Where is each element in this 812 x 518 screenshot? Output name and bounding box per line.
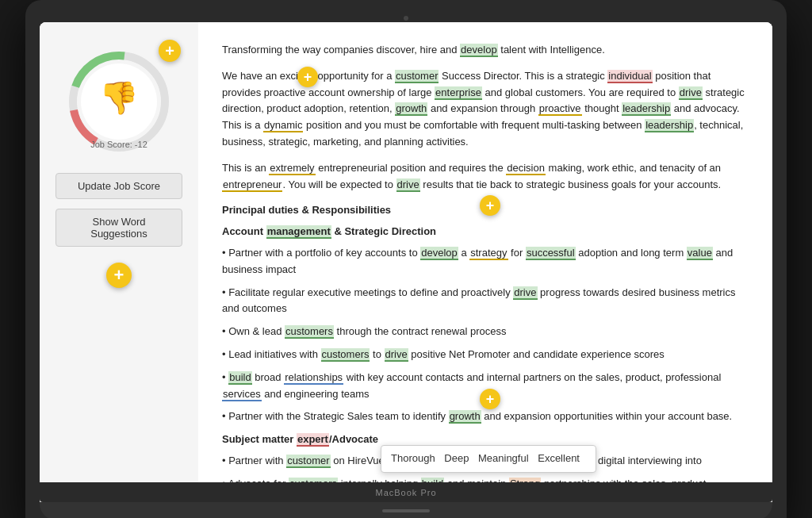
suggestion-excellent[interactable]: Excellent <box>538 452 580 464</box>
highlight-customers-2: customers <box>321 348 370 362</box>
circle-plus-button[interactable]: + <box>159 40 181 62</box>
highlight-leadership-1: leadership <box>622 102 671 116</box>
highlight-customer-2: customer <box>286 455 330 468</box>
highlight-services: services <box>222 388 262 401</box>
paragraph-3: This is an extremely entrepreneurial pos… <box>222 160 749 194</box>
score-label: Job Score: -12 <box>90 140 147 149</box>
doc-plus-2[interactable]: + <box>480 195 500 216</box>
highlight-customers-1: customers <box>285 325 334 339</box>
bullet-6: • Partner with the Strategic Sales team … <box>222 409 749 425</box>
laptop-screen: 👎 Job Score: -12 + Update Job Score Show… <box>40 22 772 502</box>
show-word-suggestions-button[interactable]: Show Word Suggestions <box>56 209 182 247</box>
bullet-7-container: • Partner with customer on HireVue produ… <box>222 453 749 470</box>
score-circle-container: 👎 Job Score: -12 + <box>63 46 174 157</box>
paragraph-1: Transforming the way companies discover,… <box>222 42 749 59</box>
suggestion-deep[interactable]: Deep <box>444 452 469 464</box>
suggestion-popup: Thorough Deep Meaningful Excellent <box>381 445 596 473</box>
highlight-expert: expert <box>297 433 329 447</box>
highlight-customer: customer <box>395 70 439 83</box>
laptop-frame: 👎 Job Score: -12 + Update Job Score Show… <box>25 0 787 518</box>
highlight-strong: Strong <box>509 478 541 482</box>
left-panel: 👎 Job Score: -12 + Update Job Score Show… <box>40 22 198 482</box>
highlight-decision: decision <box>506 162 546 175</box>
camera <box>404 16 408 21</box>
highlight-drive-1: drive <box>679 86 703 100</box>
highlight-leadership-2: leadership <box>645 119 694 132</box>
bullet-8: • Advocate for customers internally help… <box>222 476 749 482</box>
highlight-develop: develop <box>460 44 498 57</box>
highlight-enterprise: enterprise <box>435 86 482 100</box>
bullet-3: • Own & lead customers through the contr… <box>222 324 749 340</box>
highlight-strategy: strategy <box>469 247 508 260</box>
doc-plus-1[interactable]: + <box>297 67 318 87</box>
laptop-brand-label: MacBook Pro <box>375 488 436 497</box>
bottom-plus-button[interactable]: + <box>106 263 132 288</box>
bullet-1: • Partner with a portfolio of key accoun… <box>222 245 749 278</box>
highlight-drive-4: drive <box>385 348 408 362</box>
bullet-4: • Lead initiatives with customers to dri… <box>222 347 749 363</box>
highlight-entrepreneur: entrepreneur <box>222 178 282 192</box>
laptop-bottom-bar: MacBook Pro <box>40 482 772 502</box>
suggestion-meaningful[interactable]: Meaningful <box>478 452 529 464</box>
heading-account: Account management & Strategic Direction <box>222 224 749 240</box>
highlight-extremely: extremely <box>269 162 315 175</box>
highlight-build: build <box>228 371 251 385</box>
thumb-down-icon: 👎 <box>99 79 139 117</box>
highlight-relationships: relationships <box>284 371 343 385</box>
bullet-2: • Facilitate regular executive meetings … <box>222 285 749 318</box>
highlight-drive-3: drive <box>513 286 537 300</box>
laptop-chin <box>40 502 772 518</box>
highlight-management: management <box>266 225 331 239</box>
highlight-dynamic: dynamic <box>263 119 303 132</box>
highlight-customers-3: customers <box>289 478 338 482</box>
highlight-growth-2: growth <box>449 410 481 424</box>
highlight-develop-2: develop <box>420 247 458 260</box>
doc-plus-3[interactable]: + <box>480 389 500 409</box>
update-job-score-button[interactable]: Update Job Score <box>56 173 182 199</box>
highlight-growth-1: growth <box>395 102 427 116</box>
highlight-drive-2: drive <box>396 178 420 192</box>
highlight-value: value <box>687 247 713 260</box>
highlight-build-2: build <box>421 478 444 482</box>
trackpad-notch <box>382 509 430 512</box>
highlight-proactive: proactive <box>538 102 582 116</box>
highlight-individual: individual <box>607 70 652 83</box>
screen-top-bar <box>40 14 772 22</box>
highlight-successful: successful <box>526 247 576 260</box>
screen-content: 👎 Job Score: -12 + Update Job Score Show… <box>40 22 772 482</box>
suggestion-thorough[interactable]: Thorough <box>391 452 435 464</box>
document-panel[interactable]: + + + Transforming the way companies dis… <box>198 22 772 482</box>
